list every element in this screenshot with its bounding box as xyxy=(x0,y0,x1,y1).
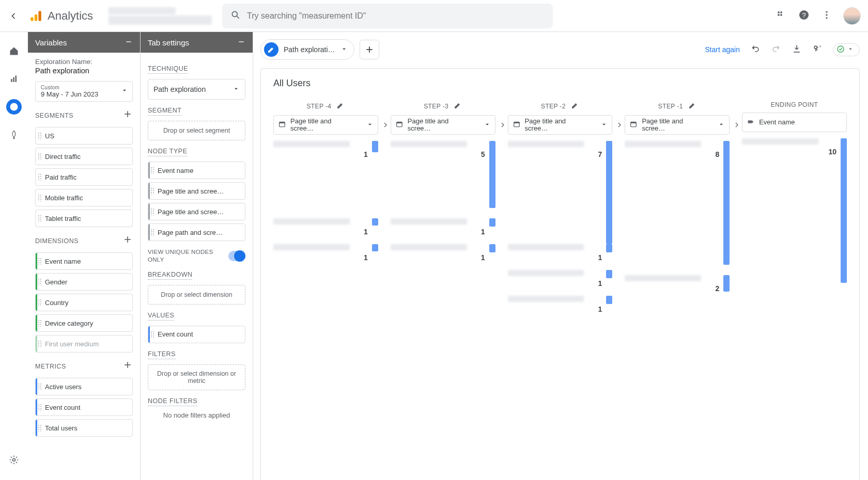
drag-handle-icon xyxy=(38,340,42,347)
path-node[interactable]: 7 xyxy=(508,141,613,149)
path-node[interactable]: 2 xyxy=(625,275,730,283)
add-dimension-button[interactable] xyxy=(122,234,133,247)
share-button[interactable] xyxy=(812,44,823,56)
drag-handle-icon xyxy=(38,173,42,181)
page-icon xyxy=(513,120,521,130)
chip-seg[interactable]: Direct traffic xyxy=(35,148,133,165)
sample-status-pill[interactable] xyxy=(833,43,860,56)
values-chip[interactable]: Event count xyxy=(148,326,245,343)
edit-step-icon[interactable] xyxy=(336,101,345,111)
variables-header: Variables xyxy=(28,32,140,53)
undo-button[interactable] xyxy=(750,44,761,56)
exploration-tab[interactable]: Path explorati… xyxy=(260,39,354,60)
node-type-heading: NODE TYPE xyxy=(148,148,245,156)
nav-home[interactable] xyxy=(6,43,22,59)
nav-advertising[interactable] xyxy=(6,127,22,142)
header-actions xyxy=(776,7,861,25)
drag-handle-icon xyxy=(150,167,154,174)
unique-nodes-toggle[interactable] xyxy=(228,251,245,261)
path-node[interactable]: 5 xyxy=(391,141,495,149)
chip-dim[interactable]: Country xyxy=(35,294,133,311)
property-label[interactable] xyxy=(109,6,212,26)
values-heading: VALUES xyxy=(148,312,245,321)
chip-seg[interactable]: Tablet traffic xyxy=(35,210,133,227)
caret-down-icon xyxy=(121,87,128,95)
chip-seg[interactable]: US xyxy=(35,127,133,145)
segment-dropzone[interactable]: Drop or select segment xyxy=(148,121,245,140)
dimensions-heading: DIMENSIONS xyxy=(35,234,133,247)
date-range-picker[interactable]: Custom 9 May - 7 Jun 2023 xyxy=(35,81,133,102)
step-field-select[interactable]: Page title and scree… xyxy=(508,115,613,135)
exploration-name[interactable]: Exploration Name: Path exploration xyxy=(35,58,133,75)
apps-icon[interactable] xyxy=(776,10,786,22)
path-node[interactable]: 10 xyxy=(742,138,847,147)
filters-dropzone[interactable]: Drop or select dimension or metric xyxy=(148,364,245,390)
breakdown-heading: BREAKDOWN xyxy=(148,271,245,280)
chip-dim[interactable]: Event name xyxy=(35,252,133,270)
path-node[interactable]: 1 xyxy=(508,270,613,278)
caret-down-icon xyxy=(340,45,348,54)
user-avatar[interactable] xyxy=(843,7,861,25)
exploration-canvas: Path explorati… Start again All Users ST… xyxy=(253,32,868,480)
chip-seg[interactable]: Mobile traffic xyxy=(35,189,133,206)
chip-dim[interactable]: First user medium xyxy=(35,335,133,353)
path-node[interactable]: 8 xyxy=(625,141,730,149)
edit-step-icon[interactable] xyxy=(571,101,579,111)
path-column: STEP -4 Page title and scree… 1 1 1 xyxy=(273,101,378,322)
chip-node[interactable]: Page title and scree… xyxy=(148,182,245,200)
chip-node[interactable]: Event name xyxy=(148,162,245,179)
app-logo[interactable]: Analytics xyxy=(29,9,93,23)
chip-dim[interactable]: Gender xyxy=(35,273,133,291)
technique-select[interactable]: Path exploration xyxy=(148,79,245,100)
nav-admin[interactable] xyxy=(6,452,22,468)
segment-title: All Users xyxy=(273,78,847,89)
path-node[interactable]: 1 xyxy=(508,244,613,252)
help-icon[interactable] xyxy=(798,9,810,23)
path-node[interactable]: 1 xyxy=(508,296,613,304)
start-again-link[interactable]: Start again xyxy=(705,45,740,54)
path-node[interactable]: 1 xyxy=(391,218,495,227)
add-segment-button[interactable] xyxy=(122,109,133,122)
collapse-variables-button[interactable] xyxy=(125,38,133,47)
step-field-select[interactable]: Page title and scree… xyxy=(625,115,730,135)
svg-rect-27 xyxy=(38,11,41,21)
chip-dim[interactable]: Device category xyxy=(35,314,133,332)
nav-reports[interactable] xyxy=(6,71,22,87)
chip-seg[interactable]: Paid traffic xyxy=(35,168,133,186)
path-node[interactable]: 1 xyxy=(273,218,378,227)
search-box[interactable] xyxy=(222,4,553,28)
edit-step-icon[interactable] xyxy=(688,101,696,111)
search-input[interactable] xyxy=(247,11,545,21)
breakdown-dropzone[interactable]: Drop or select dimension xyxy=(148,285,245,305)
add-tab-button[interactable] xyxy=(360,40,379,59)
more-icon[interactable] xyxy=(822,10,832,22)
tab-settings-panel: Tab settings TECHNIQUE Path exploration … xyxy=(141,32,253,480)
path-node[interactable]: 1 xyxy=(391,244,495,252)
chart-viewport: All Users STEP -4 Page title and scree… … xyxy=(260,68,860,480)
node-filters-heading: NODE FILTERS xyxy=(148,397,245,406)
chip-node[interactable]: Page title and scree… xyxy=(148,203,245,220)
edit-step-icon[interactable] xyxy=(454,101,462,111)
add-metric-button[interactable] xyxy=(122,360,133,373)
redo-button[interactable] xyxy=(771,44,781,56)
caret-down-icon xyxy=(233,85,240,94)
collapse-tabsettings-button[interactable] xyxy=(237,38,245,47)
path-node[interactable]: 1 xyxy=(273,244,378,252)
path-node[interactable]: 1 xyxy=(273,141,378,149)
technique-heading: TECHNIQUE xyxy=(148,65,245,74)
drag-handle-icon xyxy=(38,194,42,201)
drag-handle-icon xyxy=(38,383,42,390)
drag-handle-icon xyxy=(150,208,154,215)
download-button[interactable] xyxy=(792,44,802,56)
chip-node[interactable]: Page path and scre… xyxy=(148,223,245,241)
unique-nodes-toggle-row: VIEW UNIQUE NODES ONLY xyxy=(148,248,245,264)
chip-metric[interactable]: Total users xyxy=(35,419,133,437)
step-field-select[interactable]: Event name xyxy=(742,113,847,132)
chip-metric[interactable]: Active users xyxy=(35,378,133,395)
chip-metric[interactable]: Event count xyxy=(35,398,133,416)
filters-heading: FILTERS xyxy=(148,350,245,359)
step-field-select[interactable]: Page title and scree… xyxy=(273,115,378,135)
step-field-select[interactable]: Page title and scree… xyxy=(391,115,495,135)
back-button[interactable] xyxy=(7,10,20,22)
nav-explore[interactable] xyxy=(6,99,22,115)
